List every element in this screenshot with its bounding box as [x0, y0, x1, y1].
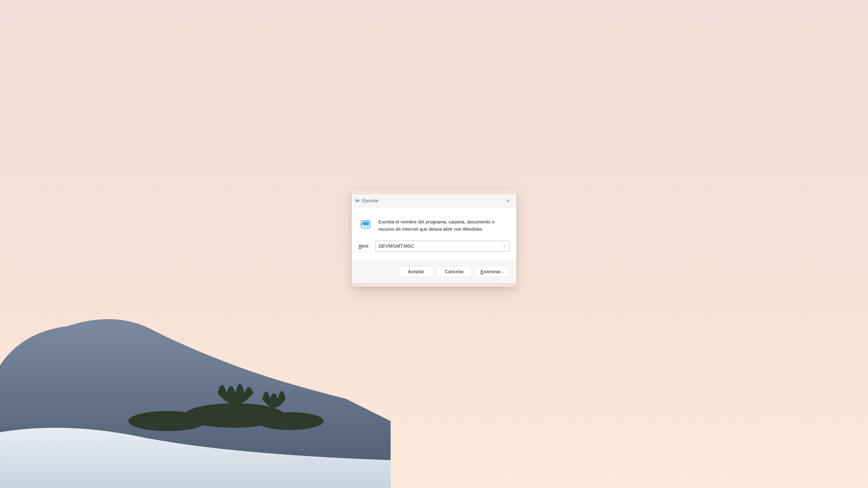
ok-button[interactable]: Aceptar: [399, 266, 434, 277]
close-icon: [506, 199, 510, 203]
run-icon-large: [359, 218, 372, 231]
titlebar-left: Ejecutar: [355, 198, 379, 203]
open-row: Abrir:: [352, 240, 516, 261]
svg-point-1: [128, 411, 207, 431]
wallpaper-landscape: [0, 220, 391, 488]
dialog-description: Escriba el nombre del programa, carpeta,…: [378, 218, 509, 232]
browse-button[interactable]: Examinar...: [475, 266, 510, 277]
chevron-down-icon[interactable]: [502, 243, 507, 249]
open-combobox[interactable]: [375, 240, 509, 252]
titlebar[interactable]: Ejecutar: [352, 194, 516, 207]
svg-rect-6: [362, 222, 369, 225]
svg-rect-7: [362, 226, 369, 227]
run-icon: [355, 198, 360, 203]
run-dialog: Ejecutar Escriba el nombre del programa,…: [351, 194, 517, 283]
open-input[interactable]: [375, 240, 509, 252]
dialog-content: Escriba el nombre del programa, carpeta,…: [352, 207, 516, 240]
button-bar: Aceptar Cancelar Examinar...: [352, 261, 516, 283]
button-label: Examinar...: [480, 269, 504, 274]
svg-point-2: [257, 412, 324, 430]
dialog-title: Ejecutar: [362, 198, 379, 203]
close-button[interactable]: [503, 196, 513, 206]
open-label: Abrir:: [359, 243, 370, 249]
svg-rect-4: [356, 200, 359, 201]
cancel-button[interactable]: Cancelar: [437, 266, 472, 277]
button-label: Cancelar: [445, 269, 464, 274]
button-label: Aceptar: [408, 269, 424, 274]
